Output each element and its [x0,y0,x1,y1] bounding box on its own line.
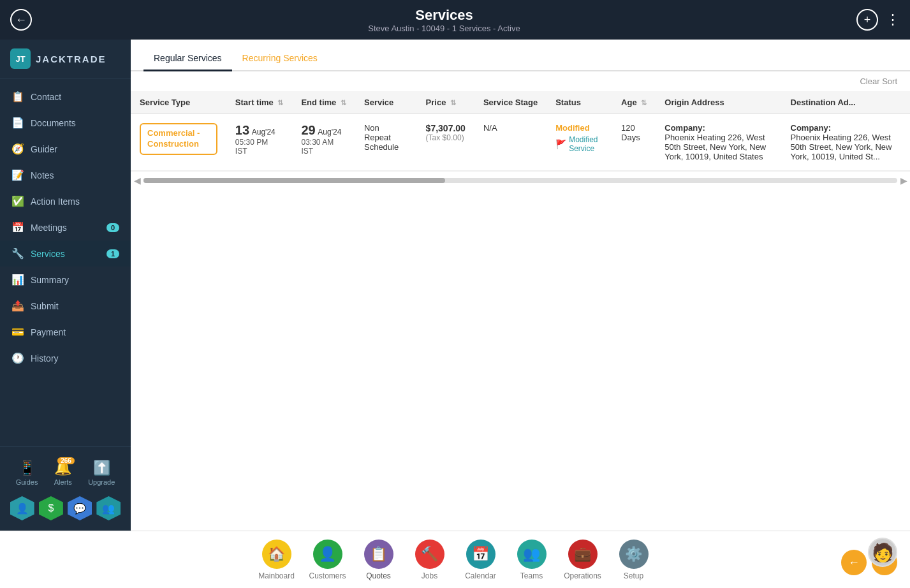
scroll-left-arrow[interactable]: ◀ [131,174,143,187]
sidebar-item-services[interactable]: 🔧 Services 1 [0,240,131,267]
end-time-value: 03:30 AM IST [301,138,346,156]
dest-address-text: Phoenix Heating 226, West 50th Street, N… [791,133,892,161]
services-icon: 🔧 [11,247,24,260]
nav-item-jobs[interactable]: 🔨 Jobs [411,540,449,580]
add-button[interactable]: + [856,9,878,31]
dollar-icon-button[interactable]: $ [39,496,63,520]
sort-icon-age[interactable]: ⇅ [641,99,647,107]
group-icon-button[interactable]: 👥 [96,496,121,520]
user-avatar[interactable]: 🧑 [868,538,897,567]
table-wrapper: Service Type Start time ⇅ End time ⇅ Ser… [131,91,910,531]
cell-origin-address: Company: Phoenix Heating 226, West 50th … [656,114,781,171]
start-month-year: Aug'24 [252,128,275,136]
sidebar-bottom: 📱 Guides 🔔 266 Alerts ⬆️ Upgrade 👤 $ 💬 👥 [0,446,131,531]
sidebar-item-contact[interactable]: 📋 Contact [0,84,131,110]
cell-service-stage: N/A [474,114,547,171]
sidebar-label-services: Services [31,249,65,259]
user-icon-button[interactable]: 👤 [10,496,34,520]
origin-address-text: Phoenix Heating 226, West 50th Street, N… [664,133,766,161]
header-left-actions: ← [10,9,32,31]
price-main: $7,307.00 [426,123,466,133]
cell-start-time: 13 Aug'24 05:30 PM IST [226,114,293,171]
price-tax: (Tax $0.00) [426,133,466,142]
alerts-label: Alerts [54,478,72,486]
nav-item-setup[interactable]: ⚙️ Setup [615,540,653,580]
jobs-label: Jobs [422,571,437,580]
nav-item-operations[interactable]: 💼 Operations [564,540,602,580]
sidebar-label-action-items: Action Items [31,196,80,207]
clear-sort-button[interactable]: Clear Sort [860,77,897,86]
sidebar-label-payment: Payment [31,327,66,337]
scroll-right-arrow[interactable]: ▶ [897,174,910,187]
sort-icon-price[interactable]: ⇅ [450,99,456,107]
sort-icon-start-time[interactable]: ⇅ [277,99,283,107]
guides-button[interactable]: 📱 Guides [16,460,38,486]
col-age: Age ⇅ [612,91,656,114]
setup-icon: ⚙️ [619,540,649,569]
modified-service-label: Modified Service [569,135,603,153]
quotes-label: Quotes [366,571,391,580]
end-time-block: 29 Aug'24 03:30 AM IST [301,123,346,156]
sidebar-item-guider[interactable]: 🧭 Guider [0,136,131,162]
meetings-icon: 📅 [11,221,24,233]
bottom-user-icons: 👤 $ 💬 👥 [0,491,131,523]
logo-icon: JT [10,48,31,69]
sidebar-label-submit: Submit [31,301,59,311]
start-day: 13 [235,123,249,137]
sidebar-item-meetings[interactable]: 📅 Meetings 0 [0,214,131,240]
nav-item-quotes[interactable]: 📋 Quotes [360,540,398,580]
sidebar-bottom-icons: 📱 Guides 🔔 266 Alerts ⬆️ Upgrade [0,455,131,491]
horizontal-scrollbar: ◀ ▶ [131,171,910,189]
tab-recurring-services[interactable]: Recurring Services [232,45,328,71]
mainboard-label: Mainboard [258,571,295,580]
chat-icon-button[interactable]: 💬 [68,496,92,520]
nav-item-calendar[interactable]: 📅 Calendar [462,540,500,580]
col-start-time: Start time ⇅ [226,91,293,114]
calendar-icon: 📅 [466,540,495,569]
nav-item-teams[interactable]: 👥 Teams [513,540,551,580]
sidebar: JT JACKTRADE 📋 Contact 📄 Documents 🧭 Gui… [0,40,131,531]
nav-item-mainboard[interactable]: 🏠 Mainboard [258,540,296,580]
history-icon: 🕐 [11,352,24,364]
col-end-time: End time ⇅ [292,91,355,114]
table-row[interactable]: Commercial - Construction 13 Aug'24 05:3… [131,114,910,171]
sidebar-label-guider: Guider [31,144,57,154]
sidebar-label-contact: Contact [31,92,61,102]
sidebar-item-documents[interactable]: 📄 Documents [0,110,131,136]
alerts-button[interactable]: 🔔 266 Alerts [54,460,72,486]
prev-arrow-button[interactable]: ← [841,550,867,575]
quotes-icon: 📋 [364,540,393,569]
nav-item-customers[interactable]: 👤 Customers [309,540,347,580]
sort-icon-end-time[interactable]: ⇅ [341,99,346,107]
contact-icon: 📋 [11,91,24,103]
sidebar-item-submit[interactable]: 📤 Submit [0,293,131,319]
documents-icon: 📄 [11,117,24,129]
upgrade-button[interactable]: ⬆️ Upgrade [88,460,115,486]
cell-end-time: 29 Aug'24 03:30 AM IST [292,114,355,171]
sidebar-item-history[interactable]: 🕐 History [0,345,131,371]
cell-destination-address: Company: Phoenix Heating 226, West 50th … [782,114,910,171]
header-right-actions: + ⋮ [856,9,900,31]
modified-service-badge: 🚩 Modified Service [555,135,603,153]
scrollbar-thumb[interactable] [143,178,445,183]
main-layout: JT JACKTRADE 📋 Contact 📄 Documents 🧭 Gui… [0,40,910,531]
col-service-stage: Service Stage [474,91,547,114]
calendar-label: Calendar [465,571,496,580]
tab-regular-services[interactable]: Regular Services [143,45,232,71]
setup-label: Setup [624,571,643,580]
sidebar-item-payment[interactable]: 💳 Payment [0,319,131,345]
cell-price: $7,307.00 (Tax $0.00) [417,114,474,171]
action-items-icon: ✅ [11,195,24,207]
upgrade-label: Upgrade [88,478,115,486]
top-header: ← Services Steve Austin - 10049 - 1 Serv… [0,0,910,40]
sidebar-item-action-items[interactable]: ✅ Action Items [0,188,131,214]
jobs-icon: 🔨 [415,540,444,569]
sidebar-item-notes[interactable]: 📝 Notes [0,162,131,188]
service-type-badge[interactable]: Commercial - Construction [140,123,217,155]
content-area: Regular Services Recurring Services Clea… [131,40,910,531]
back-button[interactable]: ← [10,9,32,31]
meetings-badge: 0 [106,223,119,232]
services-badge: 1 [106,249,119,258]
more-options-button[interactable]: ⋮ [886,11,900,28]
sidebar-item-summary[interactable]: 📊 Summary [0,267,131,293]
